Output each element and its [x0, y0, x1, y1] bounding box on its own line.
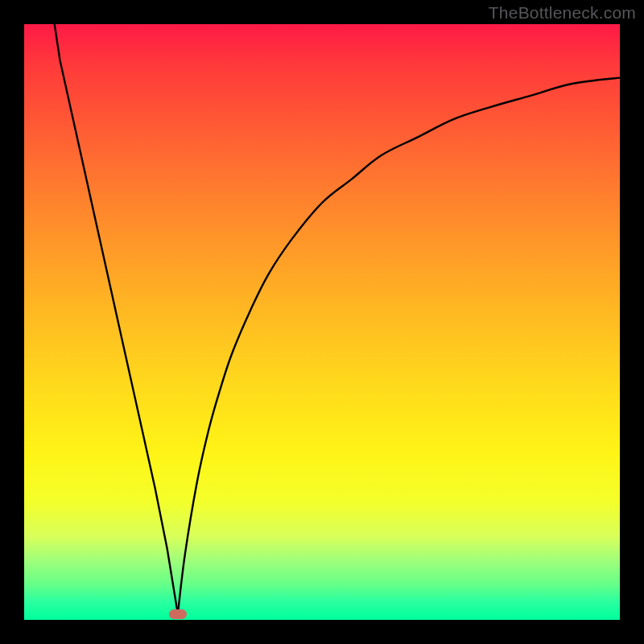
- curve-right-branch: [178, 78, 620, 614]
- curve-svg: [24, 24, 620, 620]
- chart-frame: [24, 24, 620, 620]
- watermark-text: TheBottleneck.com: [489, 3, 636, 23]
- curve-left-branch: [51, 24, 178, 614]
- minimum-marker: [169, 609, 187, 619]
